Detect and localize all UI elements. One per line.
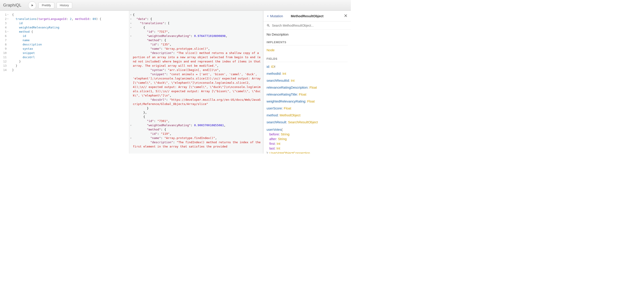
result-fold-gutter: ▾▾▾▾▾▾▾	[129, 11, 132, 153]
docs-description: No Description	[266, 33, 348, 36]
docs-search-input[interactable]	[272, 24, 348, 27]
field-item[interactable]: id: ID!	[266, 65, 348, 69]
docs-pane: Mutation MethodResultObject No Descripti…	[263, 11, 351, 154]
field-item[interactable]: userScore: Float	[266, 106, 348, 110]
docs-search	[264, 22, 351, 30]
history-button[interactable]: History	[56, 2, 72, 9]
topbar: GraphiQL Prettify History	[0, 0, 351, 11]
docs-header: Mutation MethodResultObject	[264, 11, 351, 22]
docs-back-button[interactable]: Mutation	[266, 14, 283, 18]
field-item[interactable]: methodId: Int	[266, 72, 348, 75]
chevron-left-icon	[266, 15, 269, 18]
line-number-gutter: 1▾2▾3 4 5▾6 7 8 9 10 11 12 13 14	[0, 11, 10, 154]
fields-heading: FIELDS	[266, 57, 348, 62]
docs-body: No Description IMPLEMENTS Node FIELDS id…	[264, 30, 351, 154]
field-item[interactable]: method: MethodObject	[266, 113, 348, 117]
app-logo: GraphiQL	[3, 3, 22, 8]
docs-back-label: Mutation	[270, 14, 283, 18]
result-viewer[interactable]: { "data": { "translations": [ { "id": "7…	[129, 11, 263, 149]
main-area: 1▾2▾3 4 5▾6 7 8 9 10 11 12 13 14 { trans…	[0, 11, 351, 154]
field-item[interactable]: userVotes( before: String after: String …	[266, 127, 348, 154]
execute-button[interactable]	[28, 1, 36, 10]
field-item[interactable]: searchResultId: Int	[266, 79, 348, 82]
field-item[interactable]: relevanceRatingTitle: Float	[266, 92, 348, 96]
field-item[interactable]: relevanceRatingDescription: Float	[266, 86, 348, 89]
close-icon	[344, 14, 348, 18]
search-icon	[266, 24, 270, 27]
field-item[interactable]: weightedRelevancyRating: Float	[266, 99, 348, 103]
docs-close-button[interactable]	[344, 14, 348, 18]
field-item[interactable]: searchResult: SearchResultObject	[266, 120, 348, 124]
implements-item[interactable]: Node	[266, 48, 348, 52]
result-pane: ▾▾▾▾▾▾▾ { "data": { "translations": [ { …	[129, 11, 263, 154]
implements-heading: IMPLEMENTS	[266, 41, 348, 46]
query-editor-pane: 1▾2▾3 4 5▾6 7 8 9 10 11 12 13 14 { trans…	[0, 11, 129, 154]
play-icon	[30, 4, 34, 7]
prettify-button[interactable]: Prettify	[38, 2, 54, 9]
docs-title: MethodResultObject	[291, 14, 324, 18]
query-editor[interactable]: { translations(targetLanguageId: 2, meth…	[10, 11, 129, 154]
